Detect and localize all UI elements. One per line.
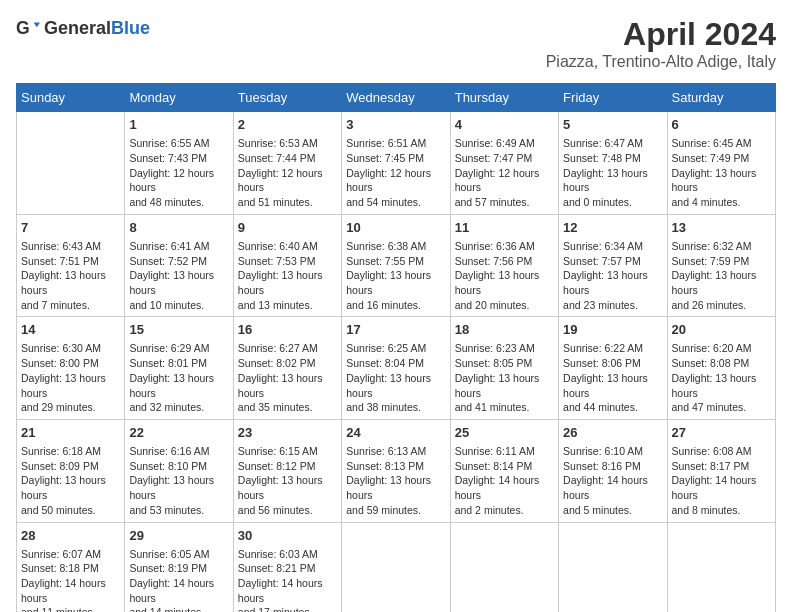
day-number: 15	[129, 321, 228, 339]
day-info: Sunrise: 6:29 AMSunset: 8:01 PMDaylight:…	[129, 341, 228, 414]
day-number: 11	[455, 219, 554, 237]
day-number: 8	[129, 219, 228, 237]
day-info: Sunrise: 6:30 AMSunset: 8:00 PMDaylight:…	[21, 341, 120, 414]
calendar-cell: 16Sunrise: 6:27 AMSunset: 8:02 PMDayligh…	[233, 317, 341, 420]
day-number: 14	[21, 321, 120, 339]
day-info: Sunrise: 6:27 AMSunset: 8:02 PMDaylight:…	[238, 341, 337, 414]
calendar-cell: 9Sunrise: 6:40 AMSunset: 7:53 PMDaylight…	[233, 214, 341, 317]
day-number: 19	[563, 321, 662, 339]
day-info: Sunrise: 6:15 AMSunset: 8:12 PMDaylight:…	[238, 444, 337, 517]
day-number: 29	[129, 527, 228, 545]
day-info: Sunrise: 6:22 AMSunset: 8:06 PMDaylight:…	[563, 341, 662, 414]
calendar-cell: 3Sunrise: 6:51 AMSunset: 7:45 PMDaylight…	[342, 112, 450, 215]
day-info: Sunrise: 6:25 AMSunset: 8:04 PMDaylight:…	[346, 341, 445, 414]
day-number: 4	[455, 116, 554, 134]
day-info: Sunrise: 6:38 AMSunset: 7:55 PMDaylight:…	[346, 239, 445, 312]
day-number: 27	[672, 424, 771, 442]
day-info: Sunrise: 6:08 AMSunset: 8:17 PMDaylight:…	[672, 444, 771, 517]
calendar-cell: 25Sunrise: 6:11 AMSunset: 8:14 PMDayligh…	[450, 419, 558, 522]
day-number: 22	[129, 424, 228, 442]
calendar-cell: 6Sunrise: 6:45 AMSunset: 7:49 PMDaylight…	[667, 112, 775, 215]
day-info: Sunrise: 6:49 AMSunset: 7:47 PMDaylight:…	[455, 136, 554, 209]
day-number: 2	[238, 116, 337, 134]
calendar-cell: 17Sunrise: 6:25 AMSunset: 8:04 PMDayligh…	[342, 317, 450, 420]
day-number: 6	[672, 116, 771, 134]
day-number: 3	[346, 116, 445, 134]
calendar-cell: 22Sunrise: 6:16 AMSunset: 8:10 PMDayligh…	[125, 419, 233, 522]
day-info: Sunrise: 6:32 AMSunset: 7:59 PMDaylight:…	[672, 239, 771, 312]
day-number: 23	[238, 424, 337, 442]
day-number: 7	[21, 219, 120, 237]
day-number: 10	[346, 219, 445, 237]
day-number: 26	[563, 424, 662, 442]
day-number: 9	[238, 219, 337, 237]
calendar-cell: 28Sunrise: 6:07 AMSunset: 8:18 PMDayligh…	[17, 522, 125, 612]
calendar-header-friday: Friday	[559, 84, 667, 112]
day-number: 30	[238, 527, 337, 545]
calendar-header-sunday: Sunday	[17, 84, 125, 112]
day-info: Sunrise: 6:07 AMSunset: 8:18 PMDaylight:…	[21, 547, 120, 612]
calendar-cell: 24Sunrise: 6:13 AMSunset: 8:13 PMDayligh…	[342, 419, 450, 522]
day-info: Sunrise: 6:13 AMSunset: 8:13 PMDaylight:…	[346, 444, 445, 517]
calendar-cell: 30Sunrise: 6:03 AMSunset: 8:21 PMDayligh…	[233, 522, 341, 612]
day-number: 20	[672, 321, 771, 339]
logo-icon: G	[16, 16, 40, 40]
calendar-cell: 20Sunrise: 6:20 AMSunset: 8:08 PMDayligh…	[667, 317, 775, 420]
calendar-week-row: 1Sunrise: 6:55 AMSunset: 7:43 PMDaylight…	[17, 112, 776, 215]
day-number: 21	[21, 424, 120, 442]
calendar-cell: 13Sunrise: 6:32 AMSunset: 7:59 PMDayligh…	[667, 214, 775, 317]
day-number: 5	[563, 116, 662, 134]
calendar-cell	[667, 522, 775, 612]
calendar-cell: 18Sunrise: 6:23 AMSunset: 8:05 PMDayligh…	[450, 317, 558, 420]
day-info: Sunrise: 6:11 AMSunset: 8:14 PMDaylight:…	[455, 444, 554, 517]
day-number: 25	[455, 424, 554, 442]
calendar-cell: 1Sunrise: 6:55 AMSunset: 7:43 PMDaylight…	[125, 112, 233, 215]
day-number: 17	[346, 321, 445, 339]
calendar-header-saturday: Saturday	[667, 84, 775, 112]
day-number: 12	[563, 219, 662, 237]
day-number: 18	[455, 321, 554, 339]
day-info: Sunrise: 6:20 AMSunset: 8:08 PMDaylight:…	[672, 341, 771, 414]
calendar-cell: 23Sunrise: 6:15 AMSunset: 8:12 PMDayligh…	[233, 419, 341, 522]
calendar-cell: 26Sunrise: 6:10 AMSunset: 8:16 PMDayligh…	[559, 419, 667, 522]
calendar: SundayMondayTuesdayWednesdayThursdayFrid…	[16, 83, 776, 612]
calendar-cell	[17, 112, 125, 215]
day-info: Sunrise: 6:43 AMSunset: 7:51 PMDaylight:…	[21, 239, 120, 312]
calendar-week-row: 14Sunrise: 6:30 AMSunset: 8:00 PMDayligh…	[17, 317, 776, 420]
month-title: April 2024	[546, 16, 776, 53]
day-info: Sunrise: 6:34 AMSunset: 7:57 PMDaylight:…	[563, 239, 662, 312]
day-info: Sunrise: 6:18 AMSunset: 8:09 PMDaylight:…	[21, 444, 120, 517]
calendar-header-monday: Monday	[125, 84, 233, 112]
day-info: Sunrise: 6:05 AMSunset: 8:19 PMDaylight:…	[129, 547, 228, 612]
calendar-cell: 7Sunrise: 6:43 AMSunset: 7:51 PMDaylight…	[17, 214, 125, 317]
calendar-header-wednesday: Wednesday	[342, 84, 450, 112]
calendar-cell: 27Sunrise: 6:08 AMSunset: 8:17 PMDayligh…	[667, 419, 775, 522]
calendar-header-tuesday: Tuesday	[233, 84, 341, 112]
calendar-cell: 2Sunrise: 6:53 AMSunset: 7:44 PMDaylight…	[233, 112, 341, 215]
day-info: Sunrise: 6:10 AMSunset: 8:16 PMDaylight:…	[563, 444, 662, 517]
day-number: 13	[672, 219, 771, 237]
svg-marker-1	[34, 22, 40, 27]
logo: G GeneralBlue	[16, 16, 150, 40]
day-info: Sunrise: 6:51 AMSunset: 7:45 PMDaylight:…	[346, 136, 445, 209]
calendar-cell: 21Sunrise: 6:18 AMSunset: 8:09 PMDayligh…	[17, 419, 125, 522]
calendar-cell: 14Sunrise: 6:30 AMSunset: 8:00 PMDayligh…	[17, 317, 125, 420]
calendar-cell	[342, 522, 450, 612]
title-area: April 2024 Piazza, Trentino-Alto Adige, …	[546, 16, 776, 71]
calendar-cell: 19Sunrise: 6:22 AMSunset: 8:06 PMDayligh…	[559, 317, 667, 420]
calendar-cell: 5Sunrise: 6:47 AMSunset: 7:48 PMDaylight…	[559, 112, 667, 215]
day-number: 28	[21, 527, 120, 545]
day-info: Sunrise: 6:45 AMSunset: 7:49 PMDaylight:…	[672, 136, 771, 209]
header: G GeneralBlue April 2024 Piazza, Trentin…	[16, 16, 776, 71]
day-info: Sunrise: 6:36 AMSunset: 7:56 PMDaylight:…	[455, 239, 554, 312]
logo-general: GeneralBlue	[44, 19, 150, 38]
calendar-cell: 4Sunrise: 6:49 AMSunset: 7:47 PMDaylight…	[450, 112, 558, 215]
svg-text:G: G	[16, 18, 30, 38]
calendar-week-row: 21Sunrise: 6:18 AMSunset: 8:09 PMDayligh…	[17, 419, 776, 522]
calendar-cell: 12Sunrise: 6:34 AMSunset: 7:57 PMDayligh…	[559, 214, 667, 317]
day-info: Sunrise: 6:16 AMSunset: 8:10 PMDaylight:…	[129, 444, 228, 517]
day-info: Sunrise: 6:53 AMSunset: 7:44 PMDaylight:…	[238, 136, 337, 209]
day-number: 16	[238, 321, 337, 339]
day-info: Sunrise: 6:40 AMSunset: 7:53 PMDaylight:…	[238, 239, 337, 312]
location-title: Piazza, Trentino-Alto Adige, Italy	[546, 53, 776, 71]
